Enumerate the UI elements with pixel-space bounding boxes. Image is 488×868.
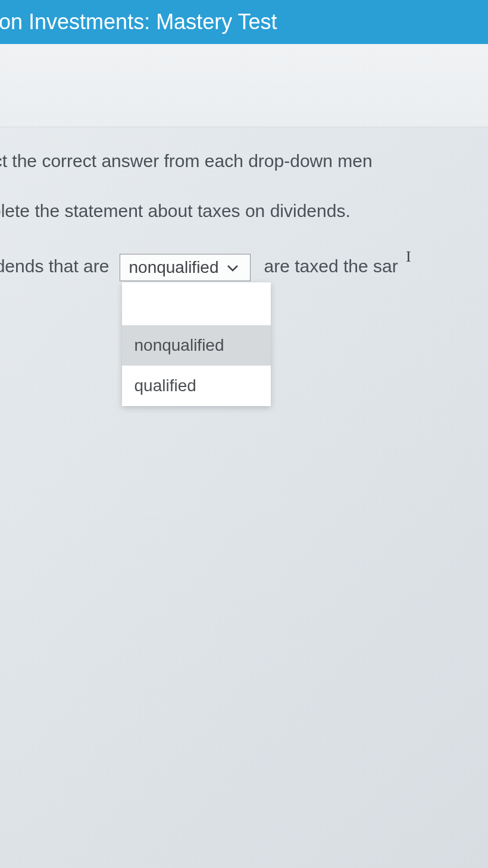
statement-before: vidends that are xyxy=(0,254,120,276)
statement-row: vidends that are nonqualified nonqualifi… xyxy=(0,254,488,281)
content-spacer xyxy=(0,44,488,127)
dropdown-menu: nonqualified qualified xyxy=(122,282,271,406)
statement-after: are taxed the sar xyxy=(251,254,398,276)
dropdown-selected-value: nonqualified xyxy=(129,258,218,277)
dropdown-blank-option[interactable] xyxy=(122,282,271,325)
dropdown-option-nonqualified[interactable]: nonqualified xyxy=(122,325,271,366)
dropdown-select[interactable]: nonqualified xyxy=(120,254,251,281)
text-cursor: I xyxy=(406,248,411,266)
page-header: s on Investments: Mastery Test xyxy=(0,0,488,44)
chevron-down-icon xyxy=(227,261,238,275)
page-title: s on Investments: Mastery Test xyxy=(0,10,277,34)
sub-instruction-text: mplete the statement about taxes on divi… xyxy=(0,201,488,221)
dropdown-container: nonqualified nonqualified qualified xyxy=(120,254,251,281)
instruction-text: ect the correct answer from each drop-do… xyxy=(0,151,488,171)
dropdown-option-qualified[interactable]: qualified xyxy=(122,366,271,406)
question-content: ect the correct answer from each drop-do… xyxy=(0,127,488,307)
